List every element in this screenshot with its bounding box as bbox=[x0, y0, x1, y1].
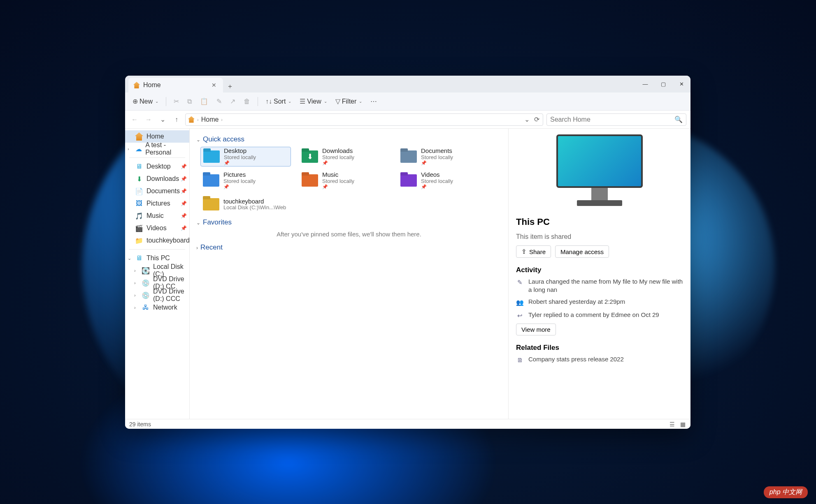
maximize-button[interactable]: ▢ bbox=[654, 76, 672, 92]
sidebar-item-local-disk[interactable]: › 💽 Local Disk (C:) bbox=[125, 264, 189, 277]
delete-button[interactable]: 🗑 bbox=[240, 95, 253, 108]
folder-icon: 📁 bbox=[135, 236, 143, 245]
folder-icon bbox=[400, 150, 417, 163]
qa-item-touchkeyboard[interactable]: touchkeyboard Local Disk (C:)\Win...\Web bbox=[200, 194, 291, 214]
chevron-right-icon[interactable]: › bbox=[128, 146, 129, 151]
qa-item-downloads[interactable]: ⬇ Downloads Stored locally 📌 bbox=[299, 147, 390, 166]
sidebar-item-home[interactable]: Home bbox=[125, 130, 189, 143]
clipboard-icon: 📋 bbox=[200, 97, 208, 105]
sidebar-item-personal[interactable]: › ☁ A test - Personal bbox=[125, 143, 189, 155]
copy-button[interactable]: ⧉ bbox=[184, 95, 195, 108]
sidebar-item-dvd-1[interactable]: › 💿 DVD Drive (D:) CC bbox=[125, 277, 189, 289]
view-button[interactable]: ☰ View ⌄ bbox=[296, 95, 330, 108]
qa-item-videos[interactable]: Videos Stored locally 📌 bbox=[398, 171, 488, 190]
activity-heading: Activity bbox=[516, 266, 683, 274]
minimize-button[interactable]: — bbox=[636, 76, 654, 92]
sidebar-item-videos[interactable]: 🎬 Videos 📌 bbox=[125, 222, 189, 234]
chevron-right-icon: › bbox=[221, 117, 223, 122]
details-pane: This PC This item is shared ⇪ Share Mana… bbox=[508, 129, 690, 419]
dvd-icon: 💿 bbox=[142, 291, 150, 299]
filter-icon: ▽ bbox=[335, 97, 340, 105]
breadcrumb[interactable]: Home bbox=[201, 116, 219, 123]
copy-icon: ⧉ bbox=[187, 98, 192, 105]
qa-item-desktop[interactable]: Desktop Stored locally 📌 bbox=[200, 147, 291, 166]
more-button[interactable]: ⋯ bbox=[367, 95, 380, 108]
sidebar-item-this-pc[interactable]: ⌄ 🖥 This PC bbox=[125, 252, 189, 264]
favorites-empty-hint: After you've pinned some files, we'll sh… bbox=[196, 231, 502, 238]
sidebar-item-pictures[interactable]: 🖼 Pictures 📌 bbox=[125, 197, 189, 210]
forward-button[interactable]: → bbox=[143, 114, 154, 125]
recent-locations-button[interactable]: ⌄ bbox=[157, 114, 168, 125]
scissors-icon: ✂ bbox=[174, 97, 179, 105]
pin-icon[interactable]: 📌 bbox=[181, 188, 187, 194]
chevron-right-icon[interactable]: › bbox=[134, 305, 136, 310]
manage-access-button[interactable]: Manage access bbox=[555, 245, 609, 258]
status-bar: 29 items ☰ ▦ bbox=[125, 419, 690, 429]
file-icon: 🗎 bbox=[516, 356, 523, 364]
section-favorites[interactable]: ⌄ Favorites bbox=[196, 218, 502, 227]
chevron-right-icon[interactable]: › bbox=[134, 280, 136, 285]
search-box[interactable]: 🔍 bbox=[546, 113, 686, 126]
pin-icon[interactable]: 📌 bbox=[181, 164, 187, 169]
rename-button[interactable]: ✎ bbox=[213, 95, 225, 108]
related-file-item[interactable]: 🗎 Company stats press release 2022 bbox=[516, 355, 683, 364]
sidebar-item-documents[interactable]: 📄 Documents 📌 bbox=[125, 185, 189, 197]
chevron-down-icon[interactable]: ⌄ bbox=[128, 256, 131, 261]
pin-icon[interactable]: 📌 bbox=[181, 176, 187, 182]
toolbar: ⊕ New ⌄ ✂ ⧉ 📋 ✎ ↗ 🗑 ↑↓ Sort ⌄ ☰ View ⌄ ▽… bbox=[125, 92, 690, 111]
navigation-pane: Home › ☁ A test - Personal 🖥 Desktop 📌 ⬇… bbox=[125, 129, 190, 419]
pin-icon[interactable]: 📌 bbox=[181, 213, 187, 219]
refresh-icon[interactable]: ⟳ bbox=[533, 116, 540, 123]
chevron-right-icon[interactable]: › bbox=[134, 293, 136, 298]
icons-view-toggle[interactable]: ▦ bbox=[679, 421, 686, 428]
pin-icon[interactable]: 📌 bbox=[181, 225, 187, 231]
address-dropdown-icon[interactable]: ⌄ bbox=[523, 116, 530, 123]
paste-button[interactable]: 📋 bbox=[197, 95, 212, 108]
shared-status: This item is shared bbox=[516, 233, 683, 240]
cut-button[interactable]: ✂ bbox=[170, 95, 182, 108]
sort-button[interactable]: ↑↓ Sort ⌄ bbox=[262, 95, 295, 108]
reply-activity-icon: ↩ bbox=[516, 312, 523, 320]
filter-button[interactable]: ▽ Filter ⌄ bbox=[332, 95, 366, 108]
qa-item-pictures[interactable]: Pictures Stored locally 📌 bbox=[200, 171, 291, 190]
pin-icon: 📌 bbox=[224, 160, 256, 166]
chevron-right-icon[interactable]: › bbox=[134, 268, 136, 273]
pin-icon[interactable]: 📌 bbox=[181, 201, 187, 206]
chevron-right-icon: › bbox=[197, 117, 199, 122]
sidebar-item-music[interactable]: 🎵 Music 📌 bbox=[125, 210, 189, 222]
share-button[interactable]: ↗ bbox=[227, 95, 239, 108]
qa-item-music[interactable]: Music Stored locally 📌 bbox=[299, 171, 390, 190]
sidebar-item-desktop[interactable]: 🖥 Desktop 📌 bbox=[125, 160, 189, 173]
rename-activity-icon: ✎ bbox=[516, 278, 523, 287]
view-more-button[interactable]: View more bbox=[516, 324, 556, 335]
new-tab-button[interactable]: ＋ bbox=[223, 80, 237, 92]
tab-home[interactable]: Home ✕ bbox=[128, 78, 223, 92]
chevron-down-icon: ⌄ bbox=[288, 99, 291, 104]
section-recent[interactable]: › Recent bbox=[196, 243, 502, 252]
search-input[interactable] bbox=[550, 116, 674, 123]
tab-label: Home bbox=[143, 81, 161, 89]
close-button[interactable]: ✕ bbox=[672, 76, 690, 92]
new-button[interactable]: ⊕ New ⌄ bbox=[129, 95, 162, 108]
folder-icon bbox=[400, 174, 417, 187]
address-row: ← → ⌄ ↑ › Home › ⌄ ⟳ 🔍 bbox=[125, 111, 690, 129]
related-files-heading: Related Files bbox=[516, 344, 683, 352]
close-tab-icon[interactable]: ✕ bbox=[210, 81, 218, 89]
sidebar-item-downloads[interactable]: ⬇ Downloads 📌 bbox=[125, 173, 189, 185]
item-count: 29 items bbox=[129, 421, 151, 428]
up-button[interactable]: ↑ bbox=[171, 114, 182, 125]
folder-icon: ⬇ bbox=[302, 150, 318, 163]
address-bar[interactable]: › Home › ⌄ ⟳ bbox=[185, 113, 543, 126]
details-view-toggle[interactable]: ☰ bbox=[668, 421, 676, 428]
activity-item: ↩ Tyler replied to a comment by Edmee on… bbox=[516, 311, 683, 320]
sort-icon: ↑↓ bbox=[265, 98, 272, 105]
chevron-down-icon: ⌄ bbox=[196, 137, 200, 143]
sidebar-item-network[interactable]: › 🖧 Network bbox=[125, 301, 189, 314]
sidebar-item-touchkeyboard[interactable]: 📁 touchkeyboard 📌 bbox=[125, 234, 189, 247]
qa-item-documents[interactable]: Documents Stored locally 📌 bbox=[398, 147, 488, 166]
content-area: ⌄ Quick access Desktop Stored locally 📌 … bbox=[190, 129, 508, 419]
share-button[interactable]: ⇪ Share bbox=[516, 245, 551, 258]
section-quick-access[interactable]: ⌄ Quick access bbox=[196, 135, 502, 143]
back-button[interactable]: ← bbox=[129, 114, 140, 125]
sidebar-item-dvd-2[interactable]: › 💿 DVD Drive (D:) CCC bbox=[125, 289, 189, 301]
